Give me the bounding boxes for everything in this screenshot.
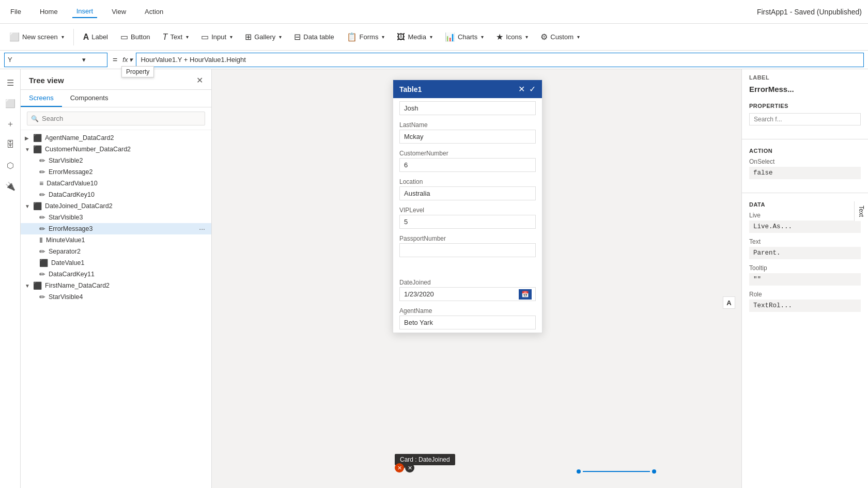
- tree-item-data-card-key10[interactable]: ✏ DataCardKey10: [21, 189, 211, 200]
- tree-content: ▶ ⬛ AgentName_DataCard2 ▼ ⬛ CustomerNumb…: [21, 130, 211, 488]
- tree-item-data-card-key11[interactable]: ✏ DataCardKey11: [21, 269, 211, 280]
- card-icon: ⬛: [33, 281, 42, 290]
- properties-search[interactable]: [749, 113, 861, 125]
- input-btn-label: Input: [211, 33, 226, 41]
- expander-icon: ▼: [25, 147, 33, 152]
- edit-icon: ✏: [39, 168, 45, 176]
- tree-item-star-visible3[interactable]: ✏ StarVisible3: [21, 212, 211, 223]
- location-input[interactable]: [399, 186, 536, 200]
- forms-button[interactable]: 📋 Forms ▾: [342, 29, 390, 45]
- edit-icon: ✏: [39, 191, 45, 199]
- tree-item-separator2[interactable]: ✏ Separator2: [21, 246, 211, 257]
- fx-chevron: ▾: [129, 56, 133, 64]
- on-select-value[interactable]: false: [749, 167, 861, 179]
- canvas-a-icon[interactable]: A: [723, 296, 735, 309]
- tree-item-data-card-value10[interactable]: ≡ DataCardValue10: [21, 178, 211, 189]
- item-label: DataCardKey10: [49, 191, 205, 198]
- form-field-date-joined: DateJoined 📅: [393, 276, 542, 304]
- item-label: StarVisible3: [49, 214, 205, 221]
- button-button[interactable]: ▭ Button: [115, 29, 156, 45]
- live-value[interactable]: Live.As...: [749, 221, 861, 233]
- gallery-button[interactable]: ⊞ Gallery ▾: [240, 29, 287, 45]
- label-button[interactable]: A Label: [78, 29, 113, 45]
- sidebar-icon-menu[interactable]: ☰: [1, 73, 20, 92]
- dialog-confirm-button[interactable]: ✓: [529, 84, 536, 94]
- tree-item-error-message3[interactable]: ✏ ErrorMessage3 ···: [21, 223, 211, 234]
- tooltip-value[interactable]: "": [749, 273, 861, 286]
- item-label: FirstName_DataCard2: [45, 282, 205, 289]
- data-table-button[interactable]: ⊟ Data table: [289, 29, 339, 45]
- text-icon: Ⅱ: [39, 236, 43, 244]
- tree-item-firstname-card2[interactable]: ▼ ⬛ FirstName_DataCard2: [21, 280, 211, 291]
- text-button[interactable]: T Text ▾: [158, 29, 194, 45]
- sidebar-icon-add[interactable]: ＋: [1, 115, 20, 133]
- new-screen-label: New screen: [22, 33, 58, 41]
- tree-search-input[interactable]: [27, 112, 205, 125]
- more-options-button[interactable]: ···: [199, 225, 205, 233]
- dialog-controls: ✕ ✓: [518, 84, 536, 94]
- text-chevron: ▾: [186, 34, 189, 40]
- menu-insert[interactable]: Insert: [72, 5, 98, 18]
- agent-name-input[interactable]: [399, 316, 536, 329]
- tree-item-star-visible2[interactable]: ✏ StarVisible2: [21, 155, 211, 166]
- firstname-input[interactable]: [399, 101, 536, 115]
- media-button[interactable]: 🖼 Media ▾: [392, 29, 437, 45]
- sidebar-icon-variables[interactable]: ⬡: [1, 156, 20, 175]
- text-prop-value[interactable]: Parent.: [749, 247, 861, 259]
- formula-property-dropdown[interactable]: ▾: [82, 56, 86, 64]
- vip-level-input[interactable]: [399, 215, 536, 229]
- app-title: FirstApp1 - Saved (Unpublished): [757, 8, 862, 16]
- tree-item-date-joined-card2[interactable]: ▼ ⬛ DateJoined_DataCard2: [21, 200, 211, 212]
- calendar-icon[interactable]: 📅: [519, 289, 532, 300]
- charts-button[interactable]: 📊 Charts ▾: [440, 29, 489, 45]
- forms-icon: 📋: [347, 32, 357, 42]
- tree-item-star-visible4[interactable]: ✏ StarVisible4: [21, 291, 211, 303]
- fx-label: fx: [122, 56, 128, 64]
- formula-fx-button[interactable]: fx ▾: [122, 56, 133, 64]
- tree-header: Tree view ✕: [21, 69, 211, 90]
- form-field-firstname: [393, 98, 542, 118]
- text-btn-label: Text: [170, 33, 182, 41]
- resize-handle[interactable]: [577, 469, 656, 474]
- resize-line: [583, 471, 650, 472]
- icons-button[interactable]: ★ Icons ▾: [491, 29, 533, 45]
- sidebar-icon-screens[interactable]: ⬜: [1, 94, 20, 113]
- date-joined-label: DateJoined: [399, 279, 536, 286]
- new-screen-button[interactable]: ⬜ New screen ▾: [4, 29, 69, 45]
- tab-components[interactable]: Components: [62, 90, 117, 107]
- menu-view[interactable]: View: [107, 6, 130, 18]
- text-icon: T: [163, 33, 168, 42]
- tree-item-error-message2[interactable]: ✏ ErrorMessage2: [21, 166, 211, 178]
- close-button[interactable]: ✕: [405, 463, 414, 473]
- divider-2: [742, 193, 868, 193]
- tree-item-customer-number-card2[interactable]: ▼ ⬛ CustomerNumber_DataCard2: [21, 144, 211, 155]
- menu-home[interactable]: Home: [36, 6, 62, 18]
- tree-tabs: Screens Components: [21, 90, 211, 107]
- date-joined-input[interactable]: [399, 287, 536, 301]
- dialog-close-button[interactable]: ✕: [518, 84, 525, 94]
- formula-input[interactable]: HourValue1.Y + HourValue1.Height: [136, 53, 864, 67]
- sidebar-icon-connectors[interactable]: 🔌: [1, 177, 20, 195]
- lastname-input[interactable]: [399, 130, 536, 144]
- tab-screens[interactable]: Screens: [21, 90, 62, 107]
- tree-close-button[interactable]: ✕: [196, 75, 203, 85]
- menu-file[interactable]: File: [6, 6, 25, 18]
- custom-button[interactable]: ⚙ Custom ▾: [535, 29, 585, 45]
- custom-btn-label: Custom: [550, 33, 574, 41]
- left-sidebar-icons: ☰ ⬜ ＋ 🗄 ⬡ 🔌: [0, 69, 21, 488]
- button-icon: ▭: [120, 32, 128, 42]
- passport-number-input[interactable]: [399, 243, 536, 257]
- input-button[interactable]: ▭ Input ▾: [196, 29, 238, 45]
- menu-action[interactable]: Action: [141, 6, 167, 18]
- sidebar-icon-data[interactable]: 🗄: [1, 135, 20, 154]
- tree-item-minute-value1[interactable]: Ⅱ MinuteValue1: [21, 234, 211, 246]
- delete-button[interactable]: ✕: [395, 463, 404, 473]
- tree-item-agent-name-card2[interactable]: ▶ ⬛ AgentName_DataCard2: [21, 132, 211, 144]
- dialog-title: Table1: [399, 85, 422, 93]
- edit-icon: ✏: [39, 270, 45, 278]
- item-label: DataCardValue10: [47, 180, 205, 187]
- role-value[interactable]: TextRol...: [749, 300, 861, 312]
- formula-property-input[interactable]: Y: [8, 56, 80, 64]
- tree-item-date-value1[interactable]: ⬛ DateValue1: [21, 257, 211, 269]
- customer-number-input[interactable]: [399, 158, 536, 172]
